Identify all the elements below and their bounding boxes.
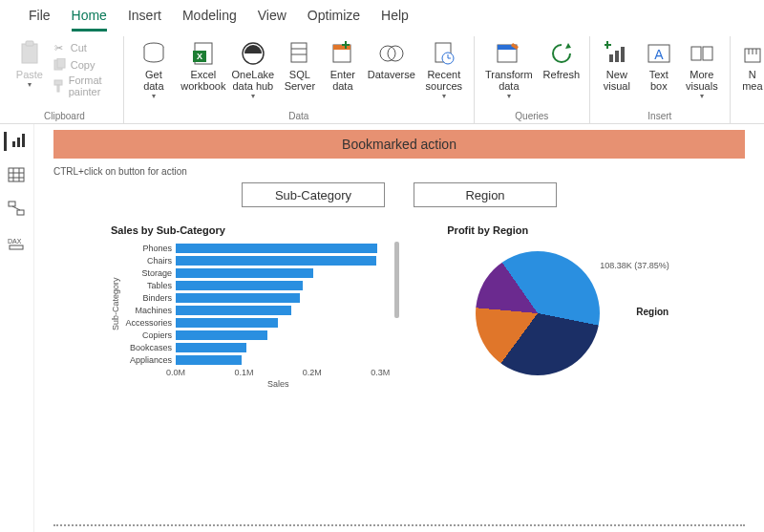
enter-data-button[interactable]: Enterdata — [325, 40, 361, 92]
measure-icon — [739, 40, 764, 67]
excel-icon: X — [190, 40, 217, 67]
format-painter-button[interactable]: Format painter — [52, 74, 116, 97]
recent-icon — [431, 40, 457, 67]
more-visuals-icon — [689, 40, 715, 67]
group-label-data: Data — [288, 111, 308, 121]
get-data-button[interactable]: Getdata▾ — [132, 40, 176, 100]
svg-rect-11 — [291, 43, 307, 62]
chart-plus-icon — [604, 40, 630, 67]
textbox-icon: A — [646, 40, 672, 67]
report-view-icon[interactable] — [4, 132, 23, 151]
menu-file[interactable]: File — [29, 8, 51, 29]
svg-rect-49 — [10, 245, 23, 249]
new-measure-button[interactable]: Nmea — [738, 40, 764, 92]
refresh-button[interactable]: Refresh — [541, 40, 582, 80]
report-canvas[interactable]: Bookmarked action CTRL+click on button f… — [34, 124, 764, 532]
pie-chart-title: Profit by Region — [447, 224, 745, 236]
bar-row: Machines — [120, 304, 390, 316]
svg-rect-4 — [54, 80, 62, 85]
bar-row: Storage — [120, 266, 390, 279]
svg-rect-37 — [12, 141, 15, 147]
svg-text:A: A — [654, 47, 664, 62]
pie-label-west: 108.38K (37.85%) — [600, 261, 669, 270]
paintbrush-icon — [52, 78, 65, 94]
dax-view-icon[interactable]: DAX — [8, 235, 27, 254]
svg-rect-46 — [17, 210, 24, 215]
region-button[interactable]: Region — [414, 182, 557, 207]
transform-data-button[interactable]: Transformdata▾ — [482, 40, 536, 100]
canvas-bottom-border — [53, 524, 745, 526]
svg-rect-5 — [57, 85, 59, 92]
new-visual-button[interactable]: Newvisual — [598, 40, 636, 92]
dataverse-icon — [378, 40, 405, 67]
group-label-clipboard: Clipboard — [44, 111, 85, 121]
group-label-queries: Queries — [515, 111, 548, 121]
cut-button[interactable]: ✂ Cut — [52, 40, 116, 55]
group-queries: Transformdata▾ Refresh Queries — [475, 36, 590, 123]
svg-rect-25 — [615, 51, 619, 62]
recent-sources-button[interactable]: Recentsources▾ — [422, 40, 466, 100]
transform-icon — [496, 40, 522, 67]
svg-rect-26 — [621, 47, 625, 62]
svg-rect-40 — [9, 168, 24, 181]
svg-text:DAX: DAX — [8, 238, 22, 245]
refresh-icon — [548, 40, 575, 67]
group-insert: Newvisual A Textbox Morevisuals▾ Insert — [590, 36, 731, 123]
enter-data-icon — [329, 40, 356, 67]
pie-graphic — [476, 251, 600, 375]
bar-row: Bookcases — [120, 341, 390, 353]
pie-legend: Region — [636, 307, 668, 321]
onelake-icon — [240, 40, 266, 67]
table-view-icon[interactable] — [8, 166, 27, 185]
bar-row: Tables — [120, 279, 390, 291]
bar-row: Copiers — [120, 329, 390, 341]
clipboard-icon — [16, 40, 43, 67]
hint-text: CTRL+click on button for action — [53, 166, 745, 177]
group-label-insert: Insert — [647, 111, 671, 121]
svg-rect-1 — [26, 41, 33, 46]
menu-optimize[interactable]: Optimize — [308, 8, 360, 29]
left-view-rail: DAX — [0, 124, 34, 532]
menu-view[interactable]: View — [258, 8, 286, 29]
more-visuals-button[interactable]: Morevisuals▾ — [682, 40, 722, 100]
bar-row: Appliances — [120, 353, 390, 366]
text-box-button[interactable]: A Textbox — [642, 40, 676, 92]
menu-insert[interactable]: Insert — [128, 8, 161, 29]
bar-chart[interactable]: Sales by Sub-Category Sub-Category Phone… — [111, 224, 390, 389]
excel-workbook-button[interactable]: X Excelworkbook — [181, 40, 225, 92]
svg-rect-24 — [609, 54, 613, 62]
menu-home[interactable]: Home — [72, 8, 107, 32]
menubar: File Home Insert Modeling View Optimize … — [0, 0, 764, 36]
group-clipboard: Paste ▾ ✂ Cut Copy Form — [6, 36, 124, 123]
svg-line-47 — [12, 206, 20, 210]
copy-icon — [52, 57, 67, 73]
menu-help[interactable]: Help — [381, 8, 409, 29]
ribbon: Paste ▾ ✂ Cut Copy Form — [0, 36, 764, 124]
menu-modeling[interactable]: Modeling — [182, 8, 237, 29]
sql-server-button[interactable]: SQLServer — [281, 40, 319, 92]
model-view-icon[interactable] — [8, 201, 27, 220]
onelake-button[interactable]: OneLakedata hub▾ — [231, 40, 275, 100]
dataverse-button[interactable]: Dataverse — [367, 40, 416, 80]
bar-ylabel: Sub-Category — [111, 242, 120, 366]
group-truncated: Nmea — [731, 36, 764, 123]
bar-chart-title: Sales by Sub-Category — [111, 224, 390, 236]
chart-scrollbar[interactable] — [394, 242, 399, 318]
svg-rect-31 — [691, 47, 701, 60]
svg-rect-38 — [17, 138, 20, 147]
svg-rect-39 — [22, 134, 25, 147]
svg-rect-32 — [703, 47, 712, 60]
svg-text:X: X — [197, 52, 202, 61]
bar-row: Chairs — [120, 254, 390, 266]
bar-row: Binders — [120, 291, 390, 304]
scissors-icon: ✂ — [52, 40, 67, 55]
bar-row: Accessories — [120, 316, 390, 329]
paste-button[interactable]: Paste ▾ — [13, 40, 46, 89]
svg-rect-3 — [57, 58, 65, 68]
pie-chart[interactable]: Profit by Region 108.38K (37.85%) Region — [447, 224, 745, 389]
group-data: Getdata▾ X Excelworkbook OneLakedata hub… — [124, 36, 475, 123]
bookmarked-banner[interactable]: Bookmarked action — [53, 130, 745, 159]
sub-category-button[interactable]: Sub-Category — [242, 182, 385, 207]
bar-row: Phones — [120, 242, 390, 254]
copy-button[interactable]: Copy — [52, 57, 116, 73]
